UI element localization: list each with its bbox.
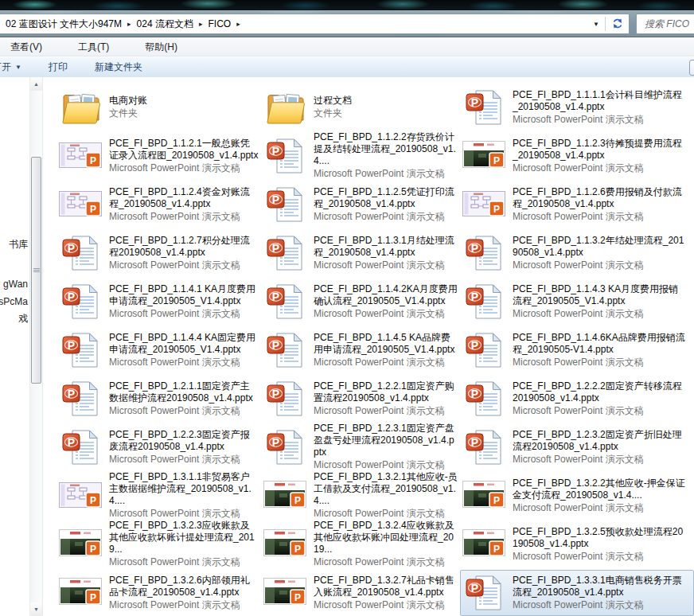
navigation-scrollbar[interactable]: ▲ ▼ (29, 77, 43, 616)
file-item[interactable]: P PCE_FI_BPD_1.2.2.1固定资产购置流程20190508_v1.… (261, 376, 460, 422)
svg-text:P: P (493, 154, 500, 166)
file-item[interactable]: P PCE_FI_BPD_1.1.4.5 KA品牌费用申请流程_20190505… (261, 327, 460, 373)
file-item[interactable]: P PCE_FI_BPD_1.3.2.7礼品卡销售入账流程_20190508_v… (261, 570, 460, 616)
file-name: PCE_FI_BPD_1.3.2.6内部领用礼品卡流程_20190508_v1.… (109, 575, 259, 598)
file-item[interactable]: P PCE_FI_BPD_1.2.3.2固定资产折旧处理流程20190508_v… (460, 424, 694, 470)
svg-text:P: P (90, 543, 96, 554)
file-item[interactable]: P PCE_FI_BPD_1.3.2.6内部领用礼品卡流程_20190508_v… (57, 570, 261, 616)
refresh-button[interactable] (606, 18, 629, 30)
file-item[interactable]: P PCE_FI_BPD_1.2.1.1固定资产主数据维护流程20190508_… (57, 376, 261, 422)
file-item[interactable]: P PCE_FI_BPD_1.3.2.5预收款处理流程20190508_v1.4… (460, 521, 694, 567)
file-name: PCE_FI_BPD_1.1.2.2存货跌价计提及结转处理流程_20190508… (314, 131, 458, 167)
file-item[interactable]: P PCE_FI_BPD_1.2.2.2固定资产转移流程20190508_v1.… (460, 376, 694, 422)
file-item[interactable]: P PCE_FI_BPD_1.1.2.5凭证打印流程_20190508_v1.4… (261, 181, 460, 228)
nav-item-fragment[interactable]: 戏 (18, 312, 28, 326)
breadcrumb-segment[interactable]: 02 蓝图设计 文件大小947M (6, 18, 122, 31)
file-text: PCE_FI_BPD_1.1.3.1月结处理流程_20190508_v1.4.p… (314, 235, 458, 271)
file-item[interactable]: P PCE_FI_BPD_1.1.2.1一般总账凭证录入流程图_20190508… (57, 133, 261, 179)
new-folder-button[interactable]: 新建文件夹 (95, 60, 142, 74)
file-name: PCE_FI_BPD_1.1.2.7积分处理流程20190508_v1.4.pp… (109, 235, 259, 259)
file-item[interactable]: P PCE_FI_BPD_1.1.2.2存货跌价计提及结转处理流程_201905… (261, 133, 460, 179)
file-name: PCE_FI_BPD_1.3.3.1电商销售税务开票流程_20190508_v1… (513, 575, 686, 598)
breadcrumb-arrow-icon[interactable]: ▸ (236, 21, 240, 28)
nav-item-fragment[interactable]: 书库 (9, 238, 28, 251)
scroll-up-button[interactable]: ▲ (30, 77, 42, 91)
file-type: Microsoft PowerPoint 演示文稿 (314, 556, 458, 568)
file-item[interactable]: P PCE_FI_BPD_1.1.4.6KA品牌费用报销流程_20190505-… (460, 327, 694, 373)
file-text: PCE_FI_BPD_1.2.3.1固定资产盘盈盘亏处理流程20190508_v… (314, 423, 458, 471)
file-item[interactable]: P PCE_FI_BPD_1.3.2.4应收账款及其他应收款坏账冲回处理流程_2… (261, 521, 460, 567)
file-item[interactable]: P PCE_FI_BPD_1.3.2.3应收账款及其他应收款坏账计提处理流程_2… (57, 521, 261, 567)
file-item[interactable]: P PCE_FI_BPD_1.2.3.1固定资产盘盈盘亏处理流程20190508… (261, 424, 460, 470)
file-name: PCE_FI_BPD_1.1.4.3 KA月度费用报销流程_20190505_V… (513, 283, 686, 307)
file-name: PCE_FI_BPD_1.2.2.1固定资产购置流程20190508_v1.4.… (314, 380, 458, 404)
file-item[interactable]: P PCE_FI_BPD_1.1.4.1 KA月度费用申请流程_20190505… (57, 279, 261, 325)
ppt-thumbnail-photo-icon: P (59, 529, 103, 559)
file-item[interactable]: P PCE_FI_BPD_1.3.1.1非贸易客户主数据据维护流程_201905… (57, 473, 261, 519)
file-text: PCE_FI_BPD_1.3.2.7礼品卡销售入账流程_20190508_v1.… (314, 575, 458, 611)
file-name: 电商对账 (109, 95, 259, 107)
file-item[interactable]: P PCE_FI_BPD_1.1.4.3 KA月度费用报销流程_20190505… (460, 279, 694, 325)
scrollbar-thumb[interactable] (31, 157, 41, 384)
file-name: PCE_FI_BPD_1.3.2.7礼品卡销售入账流程_20190508_v1.… (314, 575, 458, 598)
breadcrumb-segment[interactable]: FICO (208, 18, 231, 29)
file-item[interactable]: P PCE_FI_BPD_1.1.4.4 KA固定费用申请流程_20190505… (57, 327, 261, 373)
nav-item-fragment[interactable]: sPcMa (0, 296, 28, 307)
file-text: PCE_FI_BPD_1.1.4.5 KA品牌费用申请流程_20190505_V… (314, 332, 458, 368)
file-name: PCE_FI_BPD_1.1.2.5凭证打印流程_20190508_v1.4.p… (314, 186, 458, 210)
menu-bar: 查看(V) 工具(T) 帮助(H) (0, 38, 694, 57)
file-text: PCE_FI_BPD_1.2.2.3固定资产报废流程20190508_v1.4.… (109, 429, 259, 466)
file-item[interactable]: P PCE_FI_BPD_1.1.2.6费用报销及付款流程_20190508_v… (460, 181, 694, 228)
ppt-document-icon: P (59, 234, 103, 272)
print-button[interactable]: 打印 (49, 60, 68, 74)
file-item[interactable]: P PCE_FI_BPD_1.1.4.2KA月度费用确认流程_20190505_… (261, 279, 460, 325)
file-item[interactable]: P PCE_FI_BPD_1.3.3.1电商销售税务开票流程_20190508_… (460, 570, 694, 616)
open-button-label: 打开 (0, 60, 11, 74)
ppt-thumbnail-photo-icon: P (263, 578, 308, 608)
file-item[interactable]: 电商对账 文件夹 (57, 84, 261, 131)
file-item[interactable]: P PCE_FI_BPD_1.1.2.7积分处理流程20190508_v1.4.… (57, 230, 261, 276)
file-item[interactable]: P PCE_FI_BPD_1.1.1.1会计科目维护流程_20190508_v1… (460, 84, 694, 131)
file-item[interactable]: P PCE_FI_BPD_1.1.3.2年结处理流程_20190508_v1.4… (460, 230, 694, 276)
folder-icon (263, 90, 308, 125)
file-item[interactable]: 过程文档 文件夹 (261, 84, 460, 131)
file-type: Microsoft PowerPoint 演示文稿 (109, 211, 259, 223)
file-text: PCE_FI_BPD_1.1.4.4 KA固定费用申请流程_20190505_V… (109, 332, 259, 368)
scroll-down-button[interactable]: ▼ (30, 602, 42, 616)
explorer-window: 02 蓝图设计 文件大小947M ▸ 024 流程文档 ▸ FICO ▸ ▼ (0, 0, 694, 616)
breadcrumb-arrow-icon[interactable]: ▸ (199, 21, 203, 28)
menu-help[interactable]: 帮助(H) (145, 41, 177, 54)
file-item[interactable]: P PCE_FI_BPD_1.3.2.2其他应收-押金保证金支付流程_20190… (460, 473, 694, 519)
nav-item-fragment[interactable]: gWan (3, 279, 28, 290)
file-type: Microsoft PowerPoint 演示文稿 (513, 502, 686, 514)
ppt-document-icon: P (462, 574, 507, 612)
ppt-document-icon: P (263, 234, 308, 272)
svg-text:P: P (68, 290, 75, 303)
ppt-document-icon: P (263, 428, 308, 466)
file-item[interactable]: P PCE_FI_BPD_1.3.2.1其他应收-员工借款及支付流程_20190… (261, 473, 460, 519)
file-name: PCE_FI_BPD_1.1.4.6KA品牌费用报销流程_20190505-V1… (513, 332, 686, 356)
breadcrumb-segment[interactable]: 024 流程文档 (137, 18, 193, 31)
file-type: Microsoft PowerPoint 演示文稿 (314, 405, 458, 417)
file-name: PCE_FI_BPD_1.1.3.1月结处理流程_20190508_v1.4.p… (314, 235, 458, 259)
file-name: PCE_FI_BPD_1.3.2.3应收账款及其他应收款坏账计提处理流程_201… (109, 520, 259, 556)
file-name: PCE_FI_BPD_1.2.1.1固定资产主数据维护流程20190508_v1… (109, 380, 259, 404)
breadcrumb-arrow-icon[interactable]: ▸ (127, 21, 131, 28)
views-button-partial[interactable] (689, 60, 694, 76)
file-type: Microsoft PowerPoint 演示文稿 (314, 308, 458, 320)
svg-text:P: P (90, 154, 96, 166)
file-item[interactable]: P PCE_FI_BPD_1.1.3.1月结处理流程_20190508_v1.4… (261, 230, 460, 276)
file-item[interactable]: P PCE_FI_BPD_1.2.2.3固定资产报废流程20190508_v1.… (57, 424, 261, 470)
menu-tools[interactable]: 工具(T) (78, 41, 109, 54)
file-type: Microsoft PowerPoint 演示文稿 (314, 508, 458, 520)
menu-view[interactable]: 查看(V) (10, 41, 42, 54)
file-text: PCE_FI_BPD_1.1.2.4资金对账流程_20190508_v1.4.p… (109, 186, 259, 223)
address-bar[interactable]: 02 蓝图设计 文件大小947M ▸ 024 流程文档 ▸ FICO ▸ ▼ (0, 14, 630, 34)
ppt-document-icon: P (462, 234, 507, 272)
open-button[interactable]: 打开 ▼ (0, 60, 21, 74)
file-item[interactable]: P PCE_FI_BPD_1.1.2.4资金对账流程_20190508_v1.4… (57, 181, 261, 228)
address-history-dropdown-icon[interactable]: ▼ (588, 21, 604, 28)
file-item[interactable]: P PCE_FI_BPD_1.1.2.3待摊预提费用流程_20190508_v1… (460, 133, 694, 179)
file-text: PCE_FI_BPD_1.2.1.1固定资产主数据维护流程20190508_v1… (109, 380, 259, 417)
search-input[interactable] (636, 14, 694, 34)
